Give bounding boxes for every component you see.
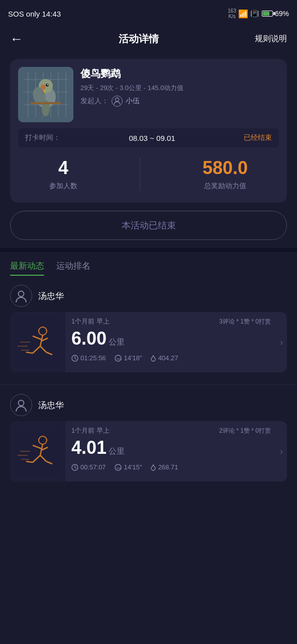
run-duration-0: 01:25:56: [71, 354, 106, 362]
svg-point-13: [46, 84, 49, 87]
run-unit-0: 公里: [109, 337, 125, 348]
battery-percent: 69%: [275, 10, 289, 18]
run-info-1: 1个月前 早上 2评论 * 1赞 * 0打赏 4.01 公里 00:57:07 …: [65, 421, 287, 476]
activity-info: 傻鸟鹦鹉 29天 - 29次 - 3.0公里 - 145.0动力值 发起人： 小…: [10, 59, 287, 128]
organizer-label: 发起人：: [80, 97, 109, 106]
clock-icon-1: [71, 464, 78, 471]
rules-button[interactable]: 规则说明: [247, 34, 287, 44]
user-name-0: 汤忠华: [38, 290, 64, 302]
run-header-0: 1个月前 早上 3评论 * 1赞 * 0打赏: [71, 317, 281, 326]
run-stats-0: 01:25:56 avg 14'18" 404.27: [71, 354, 281, 362]
user-row-0: 汤忠华: [0, 278, 297, 312]
activity-card: 傻鸟鹦鹉 29天 - 29次 - 3.0公里 - 145.0动力值 发起人： 小…: [10, 59, 287, 203]
activity-image: [18, 67, 73, 122]
status-left-text: SOS only 14:43: [8, 10, 61, 18]
run-unit-1: 公里: [109, 446, 125, 457]
pace-icon-1: avg: [114, 464, 122, 471]
run-icon-0: [15, 317, 60, 367]
fire-icon-1: [150, 464, 156, 471]
run-duration-1: 00:57:07: [71, 463, 106, 471]
user-avatar-1: [10, 394, 32, 416]
signal-icon: 📳: [250, 10, 259, 18]
run-distance-row-1: 4.01 公里: [71, 437, 281, 458]
activity-name: 傻鸟鹦鹉: [80, 67, 279, 80]
stats-row: 4 参加人数 580.0 总奖励动力值: [10, 147, 287, 193]
section-divider: [0, 248, 297, 252]
svg-text:avg: avg: [117, 466, 122, 469]
run-time-label-0: 1个月前 早上: [71, 317, 110, 326]
fire-icon-0: [150, 355, 156, 362]
svg-point-14: [47, 84, 48, 85]
run-pace-1: avg 14'15": [114, 463, 142, 471]
wifi-icon: 📶: [238, 9, 248, 19]
date-range: 08.03 ~ 09.01: [129, 134, 175, 142]
run-info-0: 1个月前 早上 3评论 * 1赞 * 0打赏 6.00 公里 01:25:56 …: [65, 312, 287, 367]
run-distance-0: 6.00: [71, 328, 107, 349]
tab-latest[interactable]: 最新动态: [10, 260, 44, 276]
back-button[interactable]: ←: [10, 31, 30, 47]
participant-stat: 4 参加人数: [49, 157, 77, 191]
status-right: 163 K/s 📶 📳 69%: [228, 8, 289, 19]
feed-entry-1: 汤忠华 1个月前 早上 2评论 * 1赞: [0, 387, 297, 492]
feed-entry-0: 汤忠华: [0, 278, 297, 382]
svg-text:avg: avg: [117, 357, 122, 360]
pace-icon-0: avg: [114, 355, 122, 362]
activity-organizer: 发起人： 小伍: [80, 96, 279, 107]
date-row: 打卡时间： 08.03 ~ 09.01 已经结束: [18, 128, 279, 147]
bird-image-svg: [18, 67, 73, 122]
reward-stat: 580.0 总奖励动力值: [203, 157, 248, 191]
run-header-1: 1个月前 早上 2评论 * 1赞 * 0打赏: [71, 426, 281, 435]
run-card-0[interactable]: 1个月前 早上 3评论 * 1赞 * 0打赏 6.00 公里 01:25:56 …: [10, 312, 287, 372]
header: ← 活动详情 规则说明: [0, 25, 297, 55]
date-label: 打卡时间：: [25, 133, 60, 142]
svg-point-17: [41, 85, 46, 90]
bird-scene: [18, 67, 73, 122]
user-name-1: 汤忠华: [38, 399, 64, 411]
activity-details: 傻鸟鹦鹉 29天 - 29次 - 3.0公里 - 145.0动力值 发起人： 小…: [80, 67, 279, 122]
run-distance-row-0: 6.00 公里: [71, 328, 281, 349]
reward-value: 580.0: [203, 157, 248, 179]
clock-icon-0: [71, 355, 78, 362]
svg-line-35: [75, 358, 76, 359]
activity-meta: 29天 - 29次 - 3.0公里 - 145.0动力值: [80, 84, 279, 93]
reward-label: 总奖励动力值: [204, 182, 246, 191]
run-info-wrapper-1: 1个月前 早上 2评论 * 1赞 * 0打赏 4.01 公里 00:57:07 …: [65, 421, 287, 481]
user-row-1: 汤忠华: [0, 387, 297, 421]
organizer-avatar-icon: [112, 96, 123, 107]
entry-separator-1: [0, 384, 297, 385]
svg-point-20: [19, 291, 24, 297]
end-activity-button: 本活动已结束: [10, 211, 287, 240]
run-distance-1: 4.01: [71, 437, 107, 458]
run-card-1[interactable]: 1个月前 早上 2评论 * 1赞 * 0打赏 4.01 公里 00:57:07 …: [10, 421, 287, 481]
run-info-wrapper-0: 1个月前 早上 3评论 * 1赞 * 0打赏 6.00 公里 01:25:56 …: [65, 312, 287, 372]
user-avatar-0: [10, 285, 32, 307]
run-icon-1: [15, 426, 60, 476]
tabs-container: 最新动态 运动排名: [0, 252, 297, 278]
svg-point-38: [19, 400, 24, 406]
status-bar: SOS only 14:43 163 K/s 📶 📳 69%: [0, 0, 297, 25]
svg-line-53: [75, 467, 76, 468]
run-thumbnail-1: [10, 421, 65, 481]
run-thumbnail-0: [10, 312, 65, 372]
date-status: 已经结束: [244, 133, 272, 142]
run-pace-0: avg 14'18": [114, 354, 142, 362]
organizer-name: 小伍: [126, 97, 140, 106]
chevron-right-0[interactable]: ›: [280, 337, 283, 348]
tab-ranking[interactable]: 运动排名: [56, 260, 90, 276]
svg-point-19: [116, 98, 119, 102]
page-title: 活动详情: [30, 32, 247, 46]
battery-icon: [262, 11, 273, 17]
run-meta-right-1: 2评论 * 1赞 * 0打赏: [219, 427, 271, 435]
run-meta-right-0: 3评论 * 1赞 * 0打赏: [219, 317, 271, 326]
run-calories-0: 404.27: [150, 354, 178, 362]
chevron-right-1[interactable]: ›: [280, 446, 283, 457]
participant-count: 4: [58, 157, 68, 179]
run-calories-1: 268.71: [150, 463, 178, 471]
participant-label: 参加人数: [49, 182, 77, 191]
run-stats-1: 00:57:07 avg 14'15" 268.71: [71, 463, 281, 471]
network-speed: 163 K/s: [228, 8, 236, 19]
run-time-label-1: 1个月前 早上: [71, 426, 110, 435]
stat-divider: [140, 157, 140, 191]
